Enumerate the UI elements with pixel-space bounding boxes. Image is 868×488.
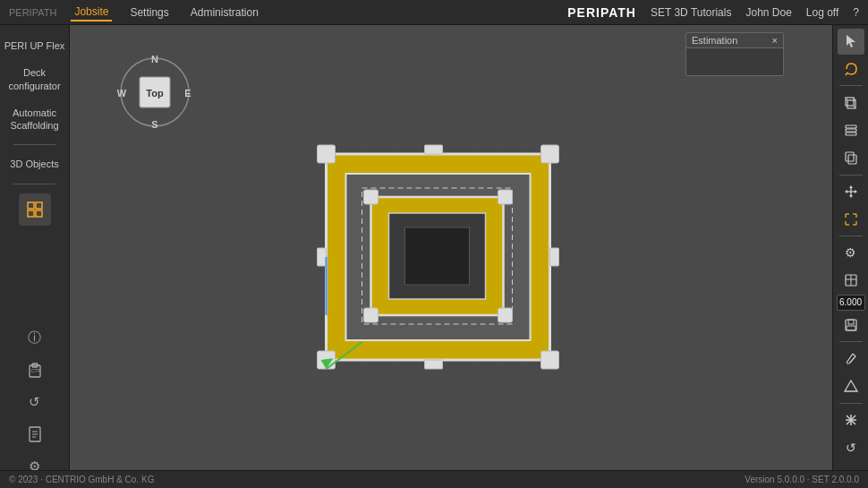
brand-label: PERIPATH: [9, 7, 56, 18]
logout-link[interactable]: Log off: [806, 6, 838, 19]
svg-rect-52: [848, 155, 856, 164]
main-layout: PERI UP Flex Deck configurator Automatic…: [0, 25, 868, 488]
estimation-box: Estimation ×: [685, 32, 784, 76]
svg-rect-73: [847, 326, 855, 330]
3dbox-icon: [844, 96, 858, 110]
sidebar-item-periupflex[interactable]: PERI UP Flex: [0, 32, 69, 59]
help-link[interactable]: ?: [853, 6, 859, 19]
shape-btn[interactable]: [838, 373, 864, 399]
layers-icon: [844, 123, 858, 137]
sidebar-item-deck[interactable]: Deck configurator: [0, 59, 69, 99]
svg-text:N: N: [151, 54, 158, 64]
3d-view-btn[interactable]: [838, 90, 864, 116]
svg-text:W: W: [117, 88, 127, 98]
compass: Top N S E W: [115, 52, 195, 133]
move-btn[interactable]: [838, 179, 864, 205]
bottombar: © 2023 · CENTRIO GmbH & Co. KG Version 5…: [0, 470, 868, 488]
svg-rect-3: [36, 210, 42, 217]
lasso-tool-btn[interactable]: [838, 56, 864, 82]
brand-title: PERIPATH: [567, 5, 636, 20]
topbar: PERIPATH Jobsite Settings Administration…: [0, 0, 868, 25]
sidebar-item-scaffold[interactable]: Automatic Scaffolding: [0, 99, 69, 140]
svg-rect-34: [498, 190, 513, 204]
clipboard-icon: CTR: [27, 362, 43, 378]
topbar-nav: PERIPATH Jobsite Settings Administration: [9, 4, 262, 21]
svg-marker-77: [847, 363, 849, 364]
pencil-icon: [845, 352, 857, 366]
svg-rect-35: [364, 308, 379, 322]
svg-rect-71: [846, 320, 856, 330]
svg-rect-53: [846, 152, 854, 161]
toolbar-divider-5: [839, 403, 863, 404]
svg-marker-57: [849, 195, 853, 198]
svg-marker-56: [849, 185, 853, 188]
toolbar-divider-1: [839, 85, 863, 86]
svg-rect-36: [498, 308, 513, 322]
svg-marker-42: [847, 35, 855, 47]
grid-icon: [26, 201, 44, 218]
svg-text:S: S: [151, 119, 157, 130]
nav-jobsite[interactable]: Jobsite: [71, 4, 112, 21]
estimation-content: [686, 48, 783, 75]
svg-rect-49: [846, 125, 856, 128]
sidebar-divider-1: [13, 144, 55, 145]
view-settings-btn[interactable]: ⚙: [838, 240, 864, 266]
sidebar-grid-button[interactable]: [19, 193, 51, 226]
save-btn[interactable]: [838, 312, 864, 338]
estimation-header: Estimation ×: [686, 33, 783, 48]
undo-btn[interactable]: ↺: [838, 434, 864, 460]
svg-text:CTR: CTR: [31, 368, 41, 373]
svg-rect-23: [541, 351, 559, 369]
canvas-area[interactable]: Top N S E W Estimation ×: [70, 25, 832, 488]
document-icon: [28, 426, 42, 442]
select-tool-btn[interactable]: [838, 29, 864, 55]
transform-icon: [844, 413, 858, 427]
estimation-close-btn[interactable]: ×: [772, 35, 778, 46]
svg-marker-78: [845, 381, 857, 391]
layers-btn[interactable]: [838, 117, 864, 143]
svg-rect-33: [364, 190, 379, 204]
info-icon-btn[interactable]: ⓘ: [21, 323, 49, 352]
move-icon: [844, 184, 858, 199]
transform-btn[interactable]: [838, 407, 864, 433]
sidebar-divider-2: [13, 184, 55, 184]
toolbar-divider-4: [839, 341, 863, 342]
toolbar-divider-3: [839, 235, 863, 236]
svg-rect-24: [425, 145, 443, 154]
svg-marker-59: [855, 190, 857, 193]
left-sidebar: PERI UP Flex Deck configurator Automatic…: [0, 25, 70, 488]
compass-center-label: Top: [146, 88, 164, 98]
svg-rect-27: [550, 248, 559, 266]
copy-icon: [844, 150, 858, 165]
copy-btn[interactable]: [838, 145, 864, 171]
draw-btn[interactable]: [838, 346, 864, 372]
document-icon-btn[interactable]: [21, 420, 49, 449]
shape-icon: [844, 380, 858, 392]
svg-text:E: E: [184, 88, 191, 98]
scale-icon: [844, 212, 858, 227]
lasso-icon: [844, 62, 858, 76]
value-display[interactable]: 6.000: [837, 295, 865, 310]
tutorials-link[interactable]: SET 3D Tutorials: [651, 6, 731, 19]
svg-rect-2: [28, 210, 34, 217]
right-toolbar: ⚙ 6.000: [832, 25, 868, 488]
scale-btn[interactable]: [838, 206, 864, 232]
toolbar-divider-2: [839, 175, 863, 176]
table-btn[interactable]: [838, 268, 864, 294]
clipboard-icon-btn[interactable]: CTR: [21, 355, 49, 384]
svg-marker-58: [845, 190, 847, 193]
sidebar-item-3dobjects[interactable]: 3D Objects: [0, 150, 69, 177]
svg-rect-21: [541, 145, 559, 163]
svg-rect-20: [318, 145, 336, 163]
user-label: John Doe: [745, 6, 791, 19]
svg-rect-38: [405, 227, 470, 285]
nav-settings[interactable]: Settings: [126, 4, 172, 21]
topbar-right: PERIPATH SET 3D Tutorials John Doe Log o…: [567, 5, 859, 20]
svg-rect-25: [425, 360, 443, 369]
table-icon: [844, 273, 858, 287]
svg-rect-50: [846, 129, 856, 132]
history-icon-btn[interactable]: ↺: [21, 388, 49, 416]
nav-administration[interactable]: Administration: [187, 4, 262, 21]
svg-line-43: [846, 73, 847, 75]
svg-rect-26: [318, 248, 327, 266]
